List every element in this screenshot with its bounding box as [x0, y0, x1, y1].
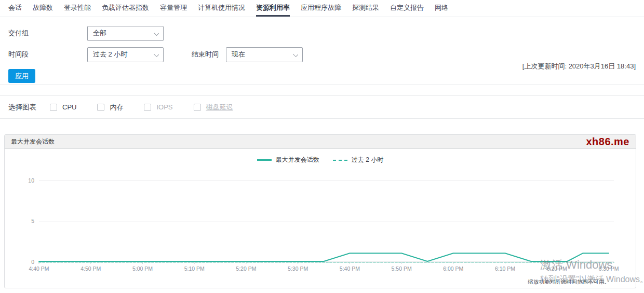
nav-tab[interactable]: 自定义报告: [390, 0, 424, 17]
chevron-down-icon: [154, 52, 158, 57]
chart-header: 最大并发会话数 xh86.me: [5, 135, 636, 149]
svg-text:5:40 PM: 5:40 PM: [340, 266, 360, 272]
checkbox-label: CPU: [62, 103, 76, 111]
time-period-value: 过去 2 小时: [93, 50, 127, 59]
delivery-group-label: 交付组: [8, 29, 87, 38]
svg-text:5:10 PM: 5:10 PM: [184, 266, 205, 272]
svg-text:10: 10: [28, 177, 34, 184]
chart-option: 内存: [97, 103, 123, 112]
solid-line-swatch: [257, 159, 272, 161]
chevron-down-icon: [154, 31, 158, 35]
nav-tab[interactable]: 负载评估器指数: [102, 0, 149, 17]
chart-select-options: CPU内存IOPS磁盘延迟: [50, 103, 233, 112]
end-time-value: 现在: [232, 50, 245, 59]
dashed-line-swatch: [333, 160, 347, 161]
svg-text:5: 5: [31, 218, 34, 224]
svg-text:5:00 PM: 5:00 PM: [132, 266, 153, 272]
nav-tab[interactable]: 资源利用率: [256, 0, 290, 17]
delivery-group-row: 交付组 全部: [8, 25, 636, 41]
checkbox[interactable]: [144, 104, 151, 111]
chart-option: CPU: [50, 103, 76, 111]
svg-text:6:30 PM: 6:30 PM: [598, 266, 619, 272]
nav-tab[interactable]: 会话: [8, 0, 22, 17]
checkbox[interactable]: [50, 104, 57, 111]
sessions-chart-panel: 最大并发会话数 xh86.me 最大并发会话数过去 2 小时 05104:40 …: [4, 134, 636, 288]
time-period-row: 时间段 过去 2 小时 结束时间 现在: [8, 47, 636, 62]
end-time-select[interactable]: 现在: [226, 47, 303, 62]
svg-text:5:50 PM: 5:50 PM: [392, 266, 412, 272]
chevron-down-icon: [293, 52, 298, 57]
nav-tab[interactable]: 应用程序故障: [301, 0, 341, 17]
legend-item[interactable]: 最大并发会话数: [257, 156, 319, 164]
filter-panel: 交付组 全部 时间段 过去 2 小时 结束时间 现在 应用 [上次更新时间: 2…: [0, 17, 644, 85]
delivery-group-value: 全部: [93, 29, 106, 38]
checkbox-label: 内存: [110, 103, 123, 112]
apply-button[interactable]: 应用: [8, 69, 35, 83]
chart-svg: 05104:40 PM4:50 PM5:00 PM5:10 PM5:20 PM5…: [5, 149, 635, 288]
nav-tab[interactable]: 网络: [435, 0, 448, 17]
nav-tab[interactable]: 容量管理: [160, 0, 187, 17]
svg-text:6:20 PM: 6:20 PM: [547, 266, 567, 272]
legend-item[interactable]: 过去 2 小时: [333, 156, 383, 164]
nav-tab[interactable]: 计算机使用情况: [198, 0, 245, 17]
svg-text:6:00 PM: 6:00 PM: [443, 266, 463, 272]
legend-label: 最大并发会话数: [276, 156, 319, 164]
checkbox-label: 磁盘延迟: [206, 103, 233, 112]
chart-body: 最大并发会话数过去 2 小时 05104:40 PM4:50 PM5:00 PM…: [5, 149, 636, 288]
top-nav: 会话故障数登录性能负载评估器指数容量管理计算机使用情况资源利用率应用程序故障探测…: [0, 0, 644, 17]
checkbox-label: IOPS: [156, 103, 172, 111]
svg-text:5:30 PM: 5:30 PM: [288, 266, 308, 272]
svg-text:4:50 PM: 4:50 PM: [81, 266, 101, 272]
nav-tab[interactable]: 登录性能: [64, 0, 91, 17]
time-period-label: 时间段: [8, 50, 87, 59]
chart-title: 最大并发会话数: [11, 137, 55, 146]
last-update-time: [上次更新时间: 2020年3月16日 18:43]: [522, 62, 636, 71]
chart-option: 磁盘延迟: [194, 103, 233, 112]
end-time-label: 结束时间: [192, 50, 219, 59]
svg-text:0: 0: [31, 259, 34, 265]
nav-tab[interactable]: 探测结果: [352, 0, 379, 17]
chart-select-panel: 选择图表 CPU内存IOPS磁盘延迟: [0, 95, 644, 119]
checkbox[interactable]: [194, 104, 201, 111]
delivery-group-select[interactable]: 全部: [87, 26, 164, 41]
checkbox[interactable]: [97, 104, 104, 111]
site-watermark: xh86.me: [586, 136, 629, 148]
chart-legend: 最大并发会话数过去 2 小时: [5, 156, 636, 164]
chart-option: IOPS: [144, 103, 172, 111]
svg-text:5:20 PM: 5:20 PM: [236, 266, 256, 272]
zoom-unavailable-note: 缩放功能对所选时间范围不可用。: [528, 278, 610, 286]
nav-tab[interactable]: 故障数: [33, 0, 53, 17]
chart-select-label: 选择图表: [8, 103, 36, 112]
time-period-select[interactable]: 过去 2 小时: [87, 47, 164, 62]
svg-text:6:10 PM: 6:10 PM: [495, 266, 515, 272]
legend-label: 过去 2 小时: [352, 156, 383, 164]
svg-text:4:40 PM: 4:40 PM: [29, 266, 49, 272]
